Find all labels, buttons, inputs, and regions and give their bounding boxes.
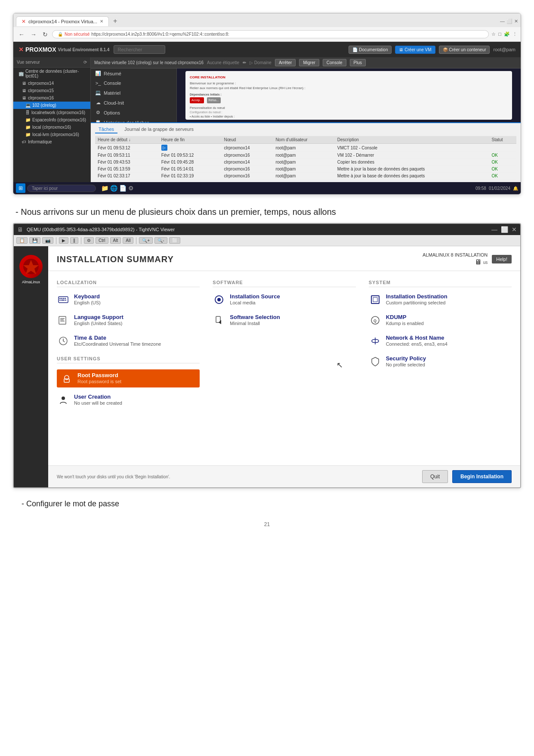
vnc-all-btn[interactable]: All — [123, 237, 133, 244]
panel-item-console[interactable]: >_ Console — [91, 78, 176, 88]
node-icon: 🖥 — [22, 88, 26, 93]
address-bar[interactable]: 🔒 Non sécurisé https://clrproxmox14.in2p… — [52, 30, 489, 38]
software-selection-item[interactable]: Software Selection Minimal Install — [213, 314, 355, 327]
page-number: 21 — [0, 517, 534, 536]
quit-button[interactable]: Quit — [422, 470, 448, 483]
svg-rect-4 — [63, 298, 64, 299]
vnc-settings-btn[interactable]: ⚙ — [84, 237, 94, 244]
time-date-item[interactable]: Time & Date Etc/Coordinated Universal Ti… — [57, 335, 200, 347]
installation-destination-item[interactable]: Installation Destination Custom partitio… — [369, 293, 512, 306]
browser-tab[interactable]: ✕ clrproxmox14 - Proxmox Virtua... ✕ — [16, 16, 109, 26]
more-btn[interactable]: Plus — [350, 59, 366, 66]
tab-tasks[interactable]: Tâches — [95, 126, 117, 133]
header-user: root@pam — [493, 47, 515, 52]
vnc-play-btn[interactable]: ▶ — [59, 237, 68, 244]
panel-item-hardware[interactable]: 💻 Matériel — [91, 88, 176, 98]
begin-installation-button[interactable]: Begin Installation — [452, 470, 512, 483]
lang-selector[interactable]: 🖥 us — [423, 258, 488, 266]
console-btn[interactable]: Console — [323, 59, 346, 66]
start-button[interactable]: ⊞ — [16, 183, 25, 193]
migrate-btn[interactable]: Migrer — [299, 59, 319, 66]
win-maximize-btn[interactable]: ⬜ — [506, 19, 512, 24]
svg-rect-3 — [61, 298, 62, 299]
tab-close-btn[interactable]: ✕ — [100, 19, 103, 24]
tab-journal[interactable]: Journal de la grappe de serveurs — [121, 126, 197, 133]
install-inner-content: Bienvenue sur le programme : Relier aux … — [190, 81, 508, 120]
panel-item-options[interactable]: ⚙ Options — [91, 108, 176, 118]
sidebar-item-prox14[interactable]: 🖥 clrproxmox14 — [13, 80, 90, 87]
cell-status: OK — [489, 173, 516, 180]
reload-btn[interactable]: ↻ — [41, 30, 49, 39]
vnc-alt-btn[interactable]: Alt — [110, 237, 121, 244]
user-creation-item[interactable]: User Creation No user will be created — [57, 393, 200, 406]
table-row[interactable]: Févr 01 02:33:17 Févr 01 02:33:19 clrpro… — [95, 173, 516, 180]
vnc-connect-btn[interactable]: 📋 — [16, 237, 28, 244]
vnc-screenshot-btn[interactable]: 📷 — [42, 237, 53, 244]
installation-source-sub: Local media — [230, 300, 280, 305]
forward-btn[interactable]: → — [29, 30, 38, 39]
win-minimize-btn[interactable]: — — [500, 19, 505, 24]
security-policy-item[interactable]: Security Policy No profile selected — [369, 355, 512, 368]
taskbar-icon-4[interactable]: ⚙ — [128, 185, 134, 192]
keyboard-item[interactable]: Keyboard English (US) — [57, 293, 200, 306]
table-row[interactable]: Févr 01 09:53:12 ▷ clrproxmox14 root@pam… — [95, 144, 516, 152]
proxmox-search-input[interactable] — [114, 45, 165, 54]
root-password-sub: Root password is set — [77, 379, 121, 384]
sidebar-item-prox15[interactable]: 🖥 clrproxmox15 — [13, 87, 90, 94]
create-container-btn[interactable]: 📦 Créer un conteneur — [439, 46, 490, 54]
win-close-btn[interactable]: ✕ — [514, 19, 518, 24]
documentation-btn[interactable]: 📄 Documentation — [349, 46, 392, 54]
svg-point-18 — [62, 397, 65, 400]
install-inner: CORE INSTALLATION Bienvenue sur le progr… — [185, 71, 512, 120]
vnc-sep-3 — [136, 237, 136, 244]
profile-icon: □ — [498, 31, 501, 37]
explorer-icon[interactable]: 📁 — [101, 185, 108, 192]
sidebar-item-local-lvm[interactable]: 📁 local-lvm (clrproxmox16) — [13, 131, 90, 138]
vnc-save-btn[interactable]: 💾 — [29, 237, 40, 244]
cell-desc: Mettre à jour la base de données des paq… — [335, 166, 489, 173]
vnc-minimize-btn[interactable]: — — [491, 226, 497, 233]
create-vm-btn[interactable]: 🖥 Créer une VM — [395, 46, 435, 54]
cell-start: Févr 01 02:33:17 — [95, 173, 159, 180]
kdump-item[interactable]: Q KDUMP Kdump is enabled — [369, 314, 512, 327]
panel-item-cloud[interactable]: ☁ Cloud-Init — [91, 98, 176, 108]
sidebar-item-espace[interactable]: 📁 EspaceoInfo (clrproxmox16) — [13, 116, 90, 124]
edit-tag-icon[interactable]: ✏ — [243, 60, 246, 65]
sidebar-item-informatique[interactable]: 🏷 Informatique — [13, 138, 90, 146]
cell-desc: VM 102 - Démarrer — [335, 152, 489, 159]
root-password-item[interactable]: Root Password Root password is set — [57, 369, 200, 387]
sidebar-item-localnetwork[interactable]: 🗄 localnetwork (clrproxmox16) — [13, 109, 90, 116]
back-btn[interactable]: ← — [17, 30, 26, 39]
sidebar-item-prox16[interactable]: 🖥 clrproxmox16 — [13, 94, 90, 102]
table-row[interactable]: Févr 01 09:43:53 Févr 01 09:45:28 clrpro… — [95, 159, 516, 166]
vnc-ctrl-btn[interactable]: Ctrl — [96, 237, 108, 244]
network-item[interactable]: Network & Host Name Connected: ens5, ens… — [369, 335, 512, 347]
panel-item-tasks[interactable]: 📋 Historique des tâches — [91, 118, 176, 122]
chrome-icon[interactable]: 🌐 — [110, 185, 117, 192]
taskbar-search[interactable]: Taper ici pour — [27, 185, 96, 192]
language-support-item[interactable]: Language Support English (United States) — [57, 314, 200, 327]
vnc-restore-btn[interactable]: ⬜ — [501, 226, 508, 233]
sidebar-item-local[interactable]: 📁 local (clrproxmox16) — [13, 124, 90, 131]
taskbar-system-tray: 09:58 01/02/2024 🔔 — [475, 186, 518, 191]
language-sub: English (United States) — [74, 321, 123, 326]
vnc-pause-btn[interactable]: ‖ — [70, 237, 78, 244]
sidebar-refresh-icon[interactable]: ⟳ — [83, 60, 87, 65]
table-row[interactable]: Févr 01 09:53:11 Févr 01 09:53:12 clrpro… — [95, 152, 516, 159]
help-button[interactable]: Help! — [492, 255, 512, 263]
vnc-zoom-out-btn[interactable]: 🔍- — [154, 237, 167, 244]
sidebar-item-datacenter[interactable]: 🏢 Centre de données (cluster-lpct01) — [13, 68, 90, 80]
sidebar-item-102[interactable]: 💻 102 (clrelog) — [13, 102, 90, 109]
vnc-close-btn[interactable]: ✕ — [512, 226, 517, 233]
stop-btn[interactable]: Arrêter — [275, 59, 296, 66]
datacenter-icon: 🏢 — [19, 71, 24, 76]
taskbar-icon-3[interactable]: 📄 — [119, 185, 127, 192]
vnc-zoom-in-btn[interactable]: 🔍+ — [139, 237, 153, 244]
new-tab-btn[interactable]: + — [111, 16, 120, 26]
vnc-title: QEMU (00dbd895-3f53-4daa-a283-3479bddd98… — [27, 227, 175, 232]
table-row[interactable]: Févr 01 05:13:59 Févr 01 05:14:01 clrpro… — [95, 166, 516, 173]
software-selection-text: Software Selection Minimal Install — [230, 314, 280, 326]
installation-source-item[interactable]: Installation Source Local media — [213, 293, 355, 306]
vnc-fit-btn[interactable]: ⬜ — [169, 237, 180, 244]
panel-item-resume[interactable]: 📊 Résumé — [91, 68, 176, 78]
